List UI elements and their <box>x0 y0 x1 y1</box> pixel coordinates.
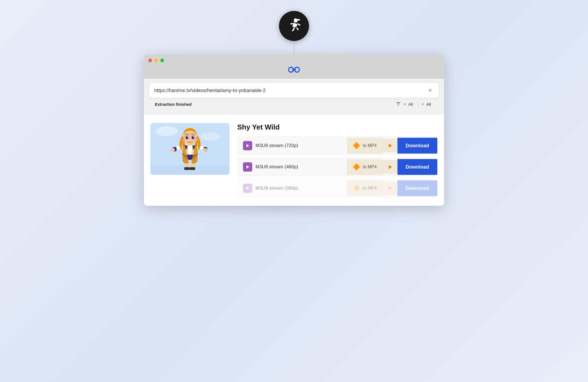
vlc-convert-720p-button[interactable]: 🔶 to MP4 <box>347 138 382 154</box>
minimize-button[interactable] <box>154 58 158 62</box>
filter-type-chevron: ▾ <box>404 102 406 106</box>
url-bar-section: ✕ Extraction finished ▾ All <box>144 79 444 115</box>
stream-label-720p: M3U8 stream (720p) <box>237 137 347 155</box>
window-body: ✕ Extraction finished ▾ All <box>144 79 444 206</box>
stream-name-480p: M3U8 stream (480p) <box>256 164 298 170</box>
stream-play-icon-480p <box>243 162 252 172</box>
stream-item-360p: M3U8 stream (360p) 🔶 to MP4 <box>237 179 438 198</box>
play-icon-360p <box>245 186 250 190</box>
vlc-label-360p: to MP4 <box>363 186 377 191</box>
svg-point-17 <box>171 148 175 151</box>
video-thumbnail <box>150 123 230 175</box>
stream-label-360p: M3U8 stream (360p) <box>237 179 347 197</box>
filter-type-select[interactable]: All <box>406 101 415 108</box>
extraction-status: Extraction finished <box>155 102 393 107</box>
vlc-convert-480p-button[interactable]: 🔶 to MP4 <box>347 159 382 175</box>
filter-divider <box>418 102 419 107</box>
download-720p-button[interactable]: Download <box>397 138 437 154</box>
main-window: ✕ Extraction finished ▾ All <box>144 55 444 206</box>
url-input[interactable] <box>154 88 426 93</box>
download-480p-button[interactable]: Download <box>397 159 437 175</box>
stream-item-480p: M3U8 stream (480p) 🔶 to MP4 <box>237 158 438 176</box>
stream-name-720p: M3U8 stream (720p) <box>256 143 298 148</box>
vlc-convert-360p-button[interactable]: 🔶 to MP4 <box>347 180 382 196</box>
vlc-cone-icon: 🔶 <box>353 142 360 149</box>
stream-item: M3U8 stream (720p) 🔶 to MP4 <box>237 136 438 155</box>
stream-name-360p: M3U8 stream (360p) <box>256 186 298 191</box>
video-info: Shy Yet Wild M3U8 stream (720p) <box>237 123 438 198</box>
chain-link-icon <box>288 66 300 74</box>
play-icon <box>245 143 250 148</box>
vlc-label-720p: to MP4 <box>363 143 377 148</box>
svg-point-6 <box>201 133 220 141</box>
app-logo-icon <box>285 17 303 35</box>
play-360p-icon <box>388 186 393 191</box>
svg-point-5 <box>156 126 178 136</box>
svg-rect-7 <box>150 165 230 175</box>
clear-url-button[interactable]: ✕ <box>426 87 434 94</box>
vlc-label-480p: to MP4 <box>363 164 377 169</box>
play-360p-button[interactable] <box>382 181 397 195</box>
svg-point-18 <box>203 148 207 151</box>
video-section: Shy Yet Wild M3U8 stream (720p) <box>150 123 438 198</box>
play-720p-button[interactable] <box>382 139 397 152</box>
svg-rect-11 <box>190 167 195 170</box>
vlc-cone-icon-360p: 🔶 <box>353 185 360 192</box>
url-input-wrapper: ✕ <box>149 83 439 98</box>
link-icon <box>288 66 300 75</box>
svg-point-29 <box>182 139 186 141</box>
app-icon-section <box>279 11 309 57</box>
filter-quality-wrapper[interactable]: ▾ All <box>422 101 433 108</box>
svg-point-28 <box>193 136 194 137</box>
stream-play-icon-360p <box>243 184 252 193</box>
close-button[interactable] <box>148 58 152 62</box>
svg-point-27 <box>187 136 188 137</box>
filter-bar: Extraction finished ▾ All <box>149 98 439 110</box>
stream-list: M3U8 stream (720p) 🔶 to MP4 <box>237 136 438 198</box>
filter-quality-chevron: ▾ <box>422 102 424 106</box>
titlebar <box>144 55 444 79</box>
svg-rect-10 <box>184 167 190 170</box>
app-icon <box>279 11 309 41</box>
content-area: Shy Yet Wild M3U8 stream (720p) <box>144 115 444 206</box>
svg-point-30 <box>194 139 198 141</box>
play-icon-480p <box>245 165 250 169</box>
video-title: Shy Yet Wild <box>237 123 438 131</box>
play-480p-button[interactable] <box>382 160 397 174</box>
play-480p-icon <box>388 164 393 169</box>
maximize-button[interactable] <box>160 58 164 62</box>
filter-type-wrapper[interactable]: ▾ All <box>404 101 415 108</box>
vlc-cone-icon-480p: 🔶 <box>353 163 360 171</box>
filter-quality-select[interactable]: All <box>424 101 433 108</box>
play-720p-icon <box>388 143 393 148</box>
stream-play-icon-720p <box>243 141 252 150</box>
download-360p-button[interactable]: Download <box>397 180 437 196</box>
stream-label-480p: M3U8 stream (480p) <box>237 158 347 176</box>
traffic-lights <box>148 58 164 62</box>
thumbnail-image <box>150 123 230 175</box>
svg-point-0 <box>294 18 298 23</box>
filter-icon <box>396 101 401 107</box>
